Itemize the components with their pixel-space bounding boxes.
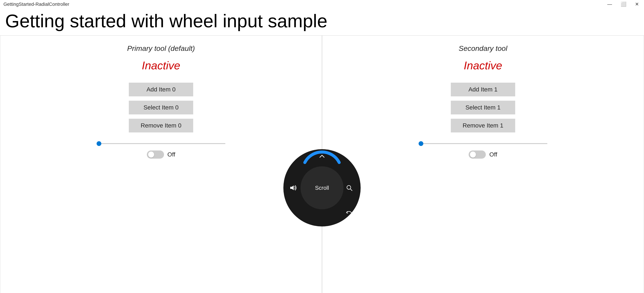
main-content: Primary tool (default) Inactive Add Item… (0, 36, 644, 293)
app-title: GettingStarted-RadialController (4, 2, 69, 7)
secondary-add-button[interactable]: Add Item 1 (451, 83, 515, 96)
secondary-toggle-container: Off (468, 150, 497, 159)
secondary-toggle-thumb (470, 152, 476, 158)
minimize-button[interactable]: — (606, 1, 614, 8)
primary-toggle-thumb (148, 152, 154, 158)
wheel-icon-zoom (346, 184, 352, 191)
svg-line-2 (350, 189, 352, 190)
secondary-select-button[interactable]: Select Item 1 (451, 101, 515, 114)
primary-toggle[interactable] (147, 150, 164, 159)
primary-remove-button[interactable]: Remove Item 0 (129, 119, 193, 132)
primary-slider-container (96, 143, 226, 144)
wheel-icon-undo (346, 210, 352, 216)
svg-marker-0 (290, 186, 294, 190)
secondary-panel-status: Inactive (464, 59, 502, 72)
secondary-panel-title: Secondary tool (458, 44, 507, 52)
window-controls: — ⬜ ✕ (606, 1, 640, 8)
primary-select-button[interactable]: Select Item 0 (129, 101, 193, 114)
wheel-arc-svg (300, 148, 344, 165)
primary-toggle-label: Off (168, 151, 176, 158)
primary-panel-title: Primary tool (default) (127, 44, 195, 52)
primary-add-button[interactable]: Add Item 0 (129, 83, 193, 96)
primary-slider-track[interactable] (96, 143, 226, 144)
secondary-btn-group: Add Item 1 Select Item 1 Remove Item 1 (451, 83, 515, 132)
secondary-panel: Secondary tool Inactive Add Item 1 Selec… (322, 36, 644, 293)
close-button[interactable]: ✕ (633, 1, 640, 8)
secondary-toggle-label: Off (489, 151, 497, 158)
page-title: Getting started with wheel input sample (0, 8, 644, 36)
primary-slider-thumb[interactable] (96, 141, 101, 146)
primary-panel-status: Inactive (142, 59, 180, 72)
secondary-toggle[interactable] (468, 150, 486, 159)
secondary-slider-container (418, 143, 548, 144)
wheel-inner-circle[interactable]: Scroll (300, 166, 344, 209)
secondary-slider-track[interactable] (418, 143, 548, 144)
radial-wheel[interactable]: Scroll (283, 149, 361, 226)
maximize-button[interactable]: ⬜ (619, 1, 628, 8)
primary-toggle-container: Off (147, 150, 176, 159)
primary-btn-group: Add Item 0 Select Item 0 Remove Item 0 (129, 83, 193, 132)
primary-panel: Primary tool (default) Inactive Add Item… (0, 36, 322, 293)
wheel-outer-ring[interactable]: Scroll (283, 149, 361, 226)
secondary-remove-button[interactable]: Remove Item 1 (451, 119, 515, 132)
titlebar: GettingStarted-RadialController — ⬜ ✕ (0, 0, 644, 8)
wheel-icon-volume (289, 184, 297, 191)
wheel-center-label: Scroll (315, 184, 329, 191)
secondary-slider-thumb[interactable] (418, 141, 423, 146)
